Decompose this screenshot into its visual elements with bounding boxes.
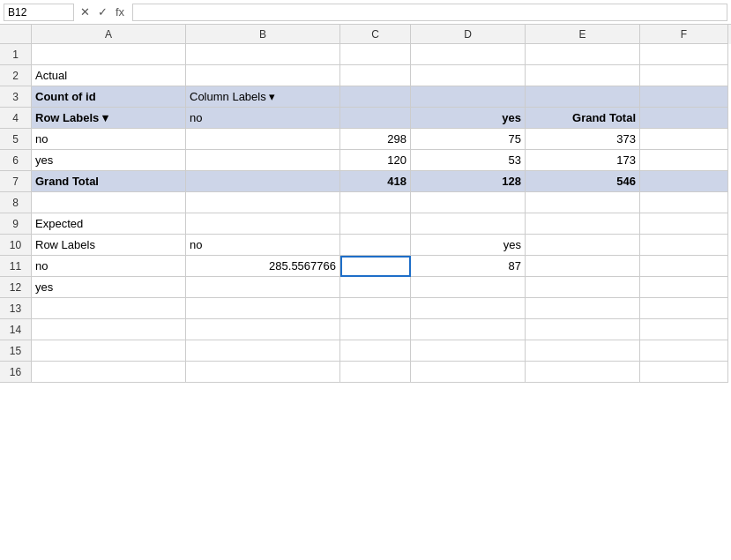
- cell-C9[interactable]: [340, 213, 411, 235]
- cell-F10[interactable]: [640, 235, 728, 256]
- cell-C2[interactable]: [340, 65, 411, 86]
- cell-F1[interactable]: [640, 44, 728, 65]
- cell-B16[interactable]: [186, 362, 340, 383]
- cell-F14[interactable]: [640, 319, 728, 340]
- cell-F15[interactable]: [640, 340, 728, 362]
- cell-C13[interactable]: [340, 298, 411, 319]
- cell-D16[interactable]: [411, 362, 526, 383]
- cell-E16[interactable]: [526, 362, 640, 383]
- cell-B3[interactable]: Column Labels ▾: [186, 86, 340, 108]
- cell-D6[interactable]: 53: [411, 150, 526, 171]
- cell-C4[interactable]: [340, 108, 411, 129]
- cell-F5[interactable]: [640, 129, 728, 150]
- row-number[interactable]: 4: [0, 108, 32, 129]
- cell-F9[interactable]: [640, 213, 728, 235]
- fx-icon[interactable]: fx: [113, 5, 127, 19]
- cell-A11[interactable]: no: [32, 256, 186, 277]
- cell-B7[interactable]: [186, 171, 340, 192]
- cell-B14[interactable]: [186, 319, 340, 340]
- cell-C8[interactable]: [340, 192, 411, 213]
- cell-D5[interactable]: 75: [411, 129, 526, 150]
- cell-B13[interactable]: [186, 298, 340, 319]
- cell-B9[interactable]: [186, 213, 340, 235]
- cell-D1[interactable]: [411, 44, 526, 65]
- cell-C1[interactable]: [340, 44, 411, 65]
- row-number[interactable]: 14: [0, 319, 32, 340]
- cell-E2[interactable]: [526, 65, 640, 86]
- cell-A16[interactable]: [32, 362, 186, 383]
- row-number[interactable]: 8: [0, 192, 32, 213]
- row-number[interactable]: 6: [0, 150, 32, 171]
- cell-A4[interactable]: Row Labels ▾: [32, 108, 186, 129]
- cell-C10[interactable]: [340, 235, 411, 256]
- cancel-icon[interactable]: ✕: [78, 5, 92, 19]
- cell-C6[interactable]: 120: [340, 150, 411, 171]
- cell-F16[interactable]: [640, 362, 728, 383]
- cell-A7[interactable]: Grand Total: [32, 171, 186, 192]
- cell-D8[interactable]: [411, 192, 526, 213]
- cell-E11[interactable]: [526, 256, 640, 277]
- cell-F6[interactable]: [640, 150, 728, 171]
- cell-C16[interactable]: [340, 362, 411, 383]
- col-header-F[interactable]: F: [640, 25, 728, 44]
- cell-F4[interactable]: [640, 108, 728, 129]
- cell-F7[interactable]: [640, 171, 728, 192]
- cell-E5[interactable]: 373: [526, 129, 640, 150]
- cell-D9[interactable]: [411, 213, 526, 235]
- cell-C12[interactable]: [340, 277, 411, 298]
- formula-input[interactable]: [132, 4, 727, 21]
- cell-A5[interactable]: no: [32, 129, 186, 150]
- cell-C3[interactable]: [340, 86, 411, 108]
- cell-E8[interactable]: [526, 192, 640, 213]
- cell-C7[interactable]: 418: [340, 171, 411, 192]
- cell-B12[interactable]: [186, 277, 340, 298]
- cell-B8[interactable]: [186, 192, 340, 213]
- cell-F8[interactable]: [640, 192, 728, 213]
- col-header-E[interactable]: E: [526, 25, 640, 44]
- cell-A8[interactable]: [32, 192, 186, 213]
- cell-E15[interactable]: [526, 340, 640, 362]
- cell-E6[interactable]: 173: [526, 150, 640, 171]
- cell-D4[interactable]: yes: [411, 108, 526, 129]
- cell-A15[interactable]: [32, 340, 186, 362]
- cell-A9[interactable]: Expected: [32, 213, 186, 235]
- cell-D2[interactable]: [411, 65, 526, 86]
- cell-D10[interactable]: yes: [411, 235, 526, 256]
- cell-E13[interactable]: [526, 298, 640, 319]
- cell-A6[interactable]: yes: [32, 150, 186, 171]
- row-number[interactable]: 9: [0, 213, 32, 235]
- cell-D11[interactable]: 87: [411, 256, 526, 277]
- cell-B15[interactable]: [186, 340, 340, 362]
- col-header-B[interactable]: B: [186, 25, 340, 44]
- cell-A1[interactable]: [32, 44, 186, 65]
- cell-E9[interactable]: [526, 213, 640, 235]
- row-number[interactable]: 1: [0, 44, 32, 65]
- cell-D12[interactable]: [411, 277, 526, 298]
- row-number[interactable]: 16: [0, 362, 32, 383]
- row-number[interactable]: 10: [0, 235, 32, 256]
- cell-E3[interactable]: [526, 86, 640, 108]
- cell-E7[interactable]: 546: [526, 171, 640, 192]
- cell-A12[interactable]: yes: [32, 277, 186, 298]
- cell-B11[interactable]: 285.5567766: [186, 256, 340, 277]
- row-number[interactable]: 2: [0, 65, 32, 86]
- cell-E12[interactable]: [526, 277, 640, 298]
- row-number[interactable]: 3: [0, 86, 32, 108]
- cell-F2[interactable]: [640, 65, 728, 86]
- cell-F12[interactable]: [640, 277, 728, 298]
- cell-F13[interactable]: [640, 298, 728, 319]
- cell-A14[interactable]: [32, 319, 186, 340]
- cell-B6[interactable]: [186, 150, 340, 171]
- cell-C5[interactable]: 298: [340, 129, 411, 150]
- cell-D13[interactable]: [411, 298, 526, 319]
- cell-C15[interactable]: [340, 340, 411, 362]
- cell-E4[interactable]: Grand Total: [526, 108, 640, 129]
- cell-D7[interactable]: 128: [411, 171, 526, 192]
- row-number[interactable]: 13: [0, 298, 32, 319]
- col-header-D[interactable]: D: [411, 25, 526, 44]
- cell-C14[interactable]: [340, 319, 411, 340]
- row-number[interactable]: 11: [0, 256, 32, 277]
- cell-B2[interactable]: [186, 65, 340, 86]
- cell-F3[interactable]: [640, 86, 728, 108]
- cell-E10[interactable]: [526, 235, 640, 256]
